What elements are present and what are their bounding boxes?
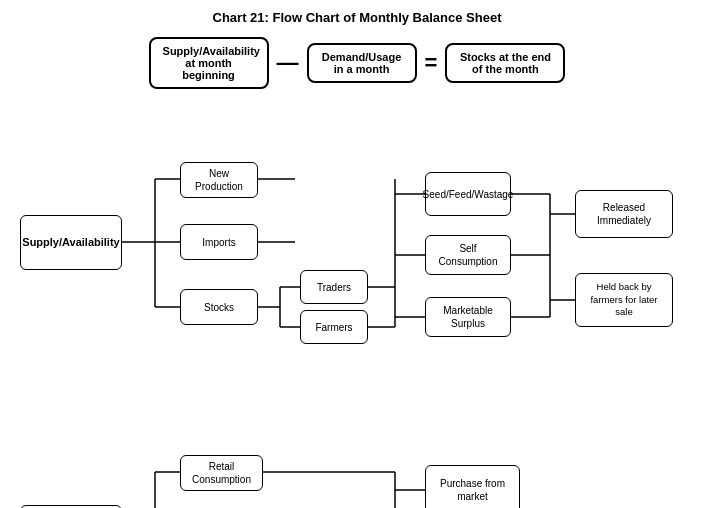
imports-box: Imports — [180, 224, 258, 260]
farmers-box: Farmers — [300, 310, 368, 344]
purchase-from-market-box: Purchase from market — [425, 465, 520, 508]
supply-main-box: Supply/Availability — [20, 215, 122, 270]
self-consumption-box: Self Consumption — [425, 235, 511, 275]
retail-consumption-box: Retail Consumption — [180, 455, 263, 491]
chart-title: Chart 21: Flow Chart of Monthly Balance … — [15, 10, 699, 25]
equation-equals: = — [425, 50, 438, 76]
traders-box: Traders — [300, 270, 368, 304]
equation-minus: — — [277, 50, 299, 76]
equation-box-stocks: Stocks at the end of the month — [445, 43, 565, 83]
released-immediately-box: Released Immediately — [575, 190, 673, 238]
demand-flow-section: Demand/Usage Retail Consumption Institut… — [15, 435, 705, 508]
marketable-surplus-box: Marketable Surplus — [425, 297, 511, 337]
seed-feed-box: Seed/Feed/Wastage — [425, 172, 511, 216]
equation-box-supply: Supply/Availability at month beginning — [149, 37, 269, 89]
held-back-box: Held back by farmers for later sale — [575, 273, 673, 327]
new-production-box: New Production — [180, 162, 258, 198]
stocks-box: Stocks — [180, 289, 258, 325]
equation-row: Supply/Availability at month beginning —… — [15, 37, 699, 89]
demand-flow-svg — [15, 435, 705, 508]
equation-box-demand: Demand/Usage in a month — [307, 43, 417, 83]
supply-flow-section: Supply/Availability New Production Impor… — [15, 107, 705, 427]
